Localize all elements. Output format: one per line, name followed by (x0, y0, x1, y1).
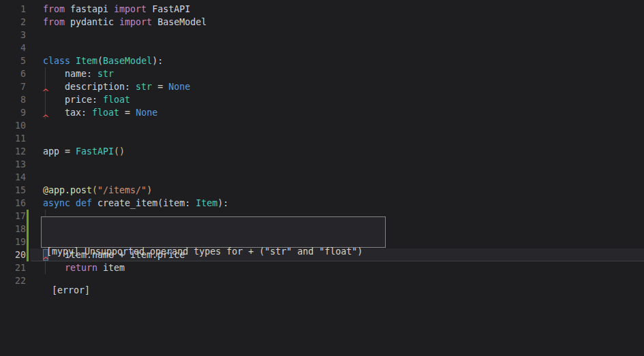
code-token: price: (43, 95, 103, 105)
code-token: def (76, 198, 92, 208)
line-number: 14 (0, 171, 26, 184)
line-number: 15 (0, 184, 26, 197)
git-added-indicator (27, 248, 29, 261)
code-token: import (119, 17, 152, 27)
code-token: ) (147, 185, 152, 195)
code-line-5[interactable]: 5class Item(BaseModel): (0, 54, 644, 67)
git-added-indicator (27, 223, 29, 236)
line-number: 9 (0, 106, 26, 119)
indent-guide (45, 67, 46, 80)
code-token: ): (152, 56, 163, 66)
code-line-12[interactable]: 12app = FastAPI() (0, 145, 644, 158)
code-text: class Item(BaseModel): (26, 54, 163, 67)
code-editor: 1from fastapi import FastAPI2from pydant… (0, 0, 644, 356)
code-token: None (136, 108, 157, 118)
code-text: async def create_item(item: Item): (26, 197, 228, 210)
line-number: 11 (0, 132, 26, 145)
code-token: name: (43, 69, 97, 79)
code-token: fastapi (65, 4, 114, 14)
line-number: 18 (0, 223, 26, 236)
code-text: name: str (26, 67, 114, 80)
code-line-3[interactable]: 3 (0, 29, 644, 42)
diagnostic-caret-icon: ^ (42, 88, 50, 97)
code-token: import (114, 4, 147, 14)
line-number: 3 (0, 29, 26, 42)
code-token: pydantic (65, 17, 119, 27)
code-text (26, 274, 43, 287)
code-line-11[interactable]: 11 (0, 132, 644, 145)
code-token: description: (43, 82, 136, 92)
code-text: from pydantic import BaseModel (26, 16, 206, 29)
code-token: class (43, 56, 70, 66)
code-line-1[interactable]: 1from fastapi import FastAPI (0, 3, 644, 16)
code-text: app = FastAPI() (26, 145, 125, 158)
code-token: str (136, 82, 152, 92)
code-line-15[interactable]: 15@app.post("/items/") (0, 184, 644, 197)
code-token: float (92, 108, 119, 118)
git-added-indicator (27, 210, 29, 223)
code-token: from (43, 17, 65, 27)
code-token: = (152, 82, 168, 92)
diagnostic-caret-icon: ^ (42, 114, 50, 123)
line-number: 17 (0, 210, 26, 223)
line-number: 16 (0, 197, 26, 210)
diagnostic-tooltip: [mypy] Unsupported operand types for + (… (41, 216, 386, 248)
code-text (26, 158, 43, 171)
code-line-14[interactable]: 14 (0, 171, 644, 184)
code-token: async (43, 198, 70, 208)
code-line-4[interactable]: 4 (0, 42, 644, 54)
code-text (26, 171, 43, 184)
code-text (26, 132, 43, 145)
line-number: 6 (0, 67, 26, 80)
code-text (26, 42, 43, 54)
code-token: None (168, 82, 190, 92)
code-line-8[interactable]: 8 price: float (0, 93, 644, 106)
code-line-6[interactable]: 6 name: str (0, 67, 644, 80)
code-text: @app.post("/items/") (26, 184, 152, 197)
line-number: 1 (0, 3, 26, 16)
code-line-10[interactable]: 10 (0, 119, 644, 132)
code-token: BaseModel (152, 17, 206, 27)
line-number: 20 (0, 248, 26, 261)
code-token: @app.post (43, 185, 92, 195)
line-number: 12 (0, 145, 26, 158)
code-token: Item (196, 198, 217, 208)
code-text (26, 119, 43, 132)
code-token: app = (43, 146, 76, 157)
code-token: str (97, 69, 114, 79)
code-line-16[interactable]: 16async def create_item(item: Item): (0, 197, 644, 210)
code-token: "/items/" (97, 185, 147, 195)
git-added-indicator (27, 236, 29, 248)
code-token: FastAPI (76, 146, 114, 157)
line-number: 7 (0, 80, 26, 93)
code-token (70, 198, 76, 208)
code-text: from fastapi import FastAPI (26, 3, 190, 16)
code-token: tax: (43, 108, 92, 118)
line-number: 2 (0, 16, 26, 29)
line-number: 8 (0, 93, 26, 106)
code-token: create_item(item: (92, 198, 196, 208)
line-number: 5 (0, 54, 26, 67)
line-number: 22 (0, 274, 26, 287)
code-token: ( (97, 56, 103, 66)
line-number: 13 (0, 158, 26, 171)
diagnostic-severity: [error] (46, 284, 385, 297)
code-text: description: str = None (26, 80, 190, 93)
code-token: from (43, 4, 65, 14)
code-token: BaseModel (103, 56, 152, 66)
code-line-2[interactable]: 2from pydantic import BaseModel (0, 16, 644, 29)
code-text (26, 29, 43, 42)
code-token: Item (76, 56, 97, 66)
code-line-13[interactable]: 13 (0, 158, 644, 171)
code-token (70, 56, 76, 66)
code-token: = (119, 108, 136, 118)
line-number: 4 (0, 42, 26, 54)
code-token: float (103, 95, 130, 105)
code-token: ( (92, 185, 97, 195)
line-number: 19 (0, 236, 26, 248)
code-line-7[interactable]: 7 description: str = None^ (0, 80, 644, 93)
diagnostic-message: [mypy] Unsupported operand types for + (… (46, 245, 385, 258)
code-line-9[interactable]: 9 tax: float = None^ (0, 106, 644, 119)
code-token: ): (217, 198, 228, 208)
line-number: 21 (0, 261, 26, 274)
